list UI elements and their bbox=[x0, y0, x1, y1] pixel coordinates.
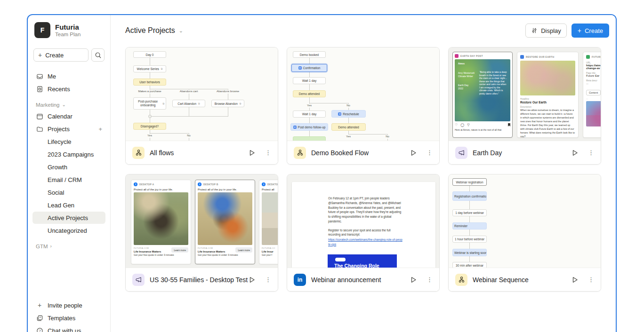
external-link-icon: ⧉ bbox=[198, 102, 200, 105]
more-menu-button[interactable]: ⋮ bbox=[427, 149, 433, 156]
sliders-icon bbox=[531, 27, 538, 34]
merge-dot bbox=[148, 115, 152, 118]
display-button[interactable]: Display bbox=[525, 24, 567, 38]
flow-node: Wait 1 day bbox=[293, 111, 326, 118]
page-title: Active Projects bbox=[125, 26, 175, 35]
sidebar-item-lead-gen[interactable]: Lead Gen bbox=[32, 199, 105, 211]
more-menu-button[interactable]: ⋮ bbox=[265, 276, 271, 283]
flow-node: Post-purchase onboarding⧉ bbox=[133, 97, 166, 110]
sidebar-item-social[interactable]: Social bbox=[32, 186, 105, 198]
flow-icon bbox=[455, 274, 467, 286]
learn-more-button[interactable]: Learn more bbox=[171, 247, 188, 253]
invite-people-button[interactable]: + Invite people bbox=[32, 299, 105, 311]
branch-label: Abandons cart bbox=[179, 90, 199, 94]
flow-icon bbox=[132, 147, 145, 159]
flow-preview[interactable]: Day 0 Welcome Series⧉ User behaviors Mak… bbox=[126, 47, 278, 141]
project-card-earth-day: EARTH DAY POST Atmos Amy Westervelt Clim… bbox=[448, 47, 601, 165]
play-button[interactable] bbox=[571, 276, 579, 284]
flow-node: Wait 1 day bbox=[293, 77, 326, 84]
sidebar-item-active-projects[interactable]: Active Projects bbox=[32, 212, 105, 224]
branch-label: Yes bbox=[345, 135, 352, 139]
plus-icon: + bbox=[578, 27, 581, 34]
branch-label: Yes bbox=[306, 104, 313, 108]
flow-node: Demo attended bbox=[293, 90, 326, 97]
app-window: F Futuria Team Plan + Create Me bbox=[27, 14, 617, 332]
card-title: Webinar announcement bbox=[311, 276, 381, 284]
facebook-icon: f bbox=[262, 182, 266, 186]
article-image bbox=[520, 61, 575, 95]
gallery-preview[interactable]: EARTH DAY POST Atmos Amy Westervelt Clim… bbox=[449, 47, 601, 141]
sidebar-item-uncategorized[interactable]: Uncategorized bbox=[32, 224, 105, 237]
sidebar-item-recents[interactable]: Recents bbox=[32, 83, 105, 95]
banner-logo-pill bbox=[335, 258, 346, 261]
sidebar-create-button[interactable]: + Create bbox=[33, 48, 89, 62]
content-tab-button[interactable]: Content bbox=[586, 90, 601, 95]
asset-panel-earth-day-post: EARTH DAY POST Atmos Amy Westervelt Clim… bbox=[452, 52, 513, 138]
bookmark-icon bbox=[508, 123, 510, 126]
create-button[interactable]: + Create bbox=[572, 24, 609, 38]
search-button[interactable] bbox=[91, 48, 105, 62]
search-icon bbox=[94, 51, 102, 59]
share-icon: ▽ bbox=[467, 123, 469, 126]
ad-photo bbox=[134, 192, 188, 245]
asset-panel-future-earth: FUTURE URL https://atm change-av Page ti… bbox=[583, 52, 601, 138]
post-link[interactable]: https://coratech.com/webinars/the-changi… bbox=[328, 237, 402, 247]
project-card-demo-booked-flow: Demo booked ✉Confirmation Wait 1 day Dem… bbox=[287, 47, 440, 165]
play-button[interactable] bbox=[248, 149, 256, 157]
webinar-banner: The Changing Role bbox=[328, 254, 397, 268]
templates-button[interactable]: Templates bbox=[32, 312, 105, 324]
create-label: Create bbox=[45, 52, 64, 59]
more-menu-button[interactable]: ⋮ bbox=[588, 276, 594, 283]
learn-more-button[interactable]: Learn more bbox=[235, 247, 252, 253]
add-project-button[interactable]: + bbox=[98, 126, 102, 133]
sidebar-item-growth[interactable]: Growth bbox=[32, 161, 105, 173]
email-icon: ✉ bbox=[338, 112, 341, 116]
flow-node: Webinar is starting soon bbox=[452, 249, 487, 256]
flow-preview[interactable]: Demo booked ✉Confirmation Wait 1 day Dem… bbox=[287, 47, 439, 141]
post-preview[interactable]: On February 12 at 1pm PT, join people le… bbox=[287, 174, 439, 268]
flow-node: Welcome Series⧉ bbox=[133, 65, 166, 72]
flow-preview[interactable]: Webinar registration Registration confir… bbox=[449, 174, 601, 268]
page-header: Active Projects ⌄ Display + Create bbox=[111, 15, 616, 46]
flow-node: Demo booked bbox=[293, 51, 326, 58]
sidebar-item-me[interactable]: Me bbox=[32, 70, 105, 82]
page-title-dropdown[interactable]: Active Projects ⌄ bbox=[125, 26, 183, 35]
sidebar-item-calendar[interactable]: Calendar bbox=[32, 110, 105, 122]
sidebar-item-email-crm[interactable]: Email / CRM bbox=[32, 174, 105, 186]
more-menu-button[interactable]: ⋮ bbox=[588, 149, 594, 156]
plus-icon: + bbox=[38, 52, 42, 58]
facebook-icon: f bbox=[198, 182, 201, 186]
megaphone-icon bbox=[455, 147, 467, 159]
card-title: Demo Booked Flow bbox=[311, 149, 369, 157]
card-footer: All flows ⋮ bbox=[126, 141, 278, 164]
svg-text:?: ? bbox=[39, 329, 40, 332]
play-button[interactable] bbox=[571, 149, 579, 157]
flow-node: Registration confirmation bbox=[452, 191, 487, 201]
instagram-icon bbox=[455, 54, 459, 58]
flow-node: Browse Abandon⧉ bbox=[211, 100, 244, 107]
sidebar-item-projects[interactable]: Projects + bbox=[32, 123, 105, 135]
globe-icon bbox=[586, 55, 590, 59]
sidebar-item-lifecycle[interactable]: Lifecycle bbox=[32, 135, 105, 148]
sidebar-item-2023-campaigns[interactable]: 2023 Campaigns bbox=[32, 148, 105, 160]
folder-icon bbox=[36, 125, 43, 133]
facebook-icon: f bbox=[134, 182, 137, 186]
play-button[interactable] bbox=[248, 276, 256, 284]
branch-label: Abandons browse bbox=[216, 90, 240, 94]
card-footer: Demo Booked Flow ⋮ bbox=[287, 141, 439, 164]
project-card-webinar-announcement: On February 12 at 1pm PT, join people le… bbox=[287, 174, 440, 292]
ad-panel-desktop-c: f DESKTO Protect all FUTURIA.CO Life Ins… bbox=[259, 180, 278, 264]
play-button[interactable] bbox=[410, 149, 417, 157]
email-icon: ✉ bbox=[293, 126, 297, 129]
section-gtm[interactable]: GTM › bbox=[32, 244, 105, 249]
section-marketing[interactable]: Marketing ⌄ bbox=[32, 102, 105, 108]
chat-with-us-button[interactable]: ? Chat with us bbox=[32, 324, 105, 332]
play-button[interactable] bbox=[410, 276, 417, 284]
card-title: All flows bbox=[150, 149, 174, 157]
flow-node: Reminder bbox=[452, 222, 487, 229]
branch-label: No bbox=[186, 134, 192, 138]
ads-preview[interactable]: f DESKTOP A Protect all of the joy in yo… bbox=[126, 174, 278, 268]
more-menu-button[interactable]: ⋮ bbox=[265, 149, 271, 156]
workspace-switcher[interactable]: F Futuria Team Plan bbox=[32, 22, 105, 38]
more-menu-button[interactable]: ⋮ bbox=[427, 276, 433, 283]
